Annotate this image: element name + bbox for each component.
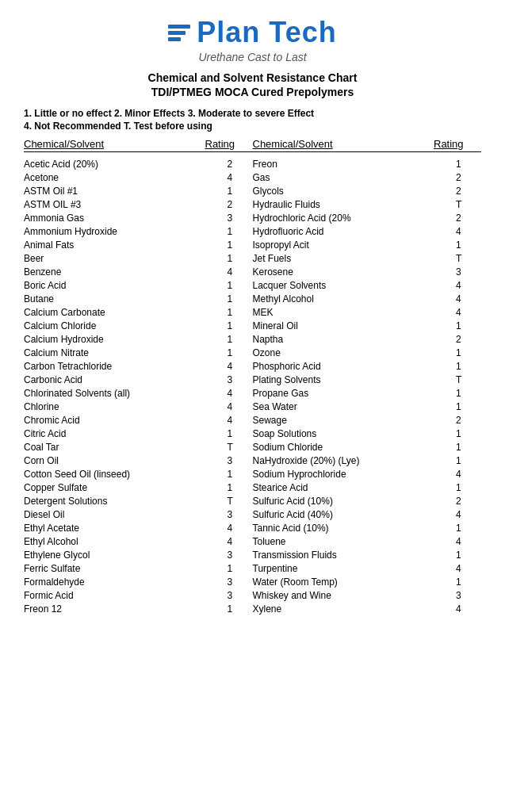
rating-value: 3 <box>221 374 253 385</box>
table-row: Lacquer Solvents4 <box>253 278 482 292</box>
table-row: Propane Gas1 <box>253 386 482 400</box>
table-row: Mineral Oil1 <box>253 319 482 332</box>
table-row: Animal Fats1 <box>24 238 253 251</box>
rating-value: 1 <box>221 253 253 264</box>
rating-value: 4 <box>221 401 253 412</box>
left-chem-header: Chemical/Solvent <box>24 138 205 150</box>
rating-value: 2 <box>450 415 481 426</box>
chemical-name: Whiskey and Wine <box>253 590 450 601</box>
chemical-name: Boric Acid <box>24 280 221 291</box>
table-row: Carbon Tetrachloride4 <box>24 359 253 373</box>
table-row: Isopropyl Acit1 <box>253 238 482 251</box>
rating-value: 4 <box>450 536 481 547</box>
right-column: Freon1Gas2Glycols2Hydraulic FluidsTHydro… <box>253 157 482 615</box>
table-row: Chromic Acid4 <box>24 413 253 427</box>
table-row: Copper Sulfate1 <box>24 481 253 494</box>
logo: Plan Tech <box>24 16 481 49</box>
chemical-name: Ethyl Acetate <box>24 523 221 534</box>
table-row: Soap Solutions1 <box>253 427 482 440</box>
chemical-name: Water (Room Temp) <box>253 576 450 588</box>
chemical-name: Ammonium Hydroxide <box>24 226 221 237</box>
rating-value: 1 <box>450 523 481 534</box>
table-row: Glycols2 <box>253 184 482 197</box>
table-row: Calcium Carbonate1 <box>24 305 253 319</box>
chemical-name: Xylene <box>253 603 450 615</box>
rating-value: 4 <box>221 361 253 372</box>
chemical-name: Freon 12 <box>24 603 221 615</box>
rating-value: T <box>221 496 253 507</box>
table-row: Formic Acid3 <box>24 588 253 602</box>
rating-value: 1 <box>450 388 481 399</box>
rating-value: 1 <box>450 550 481 561</box>
chemical-name: Sulfuric Acid (10%) <box>253 496 450 507</box>
rating-value: 1 <box>221 563 253 574</box>
table-row: Plating SolventsT <box>253 373 482 386</box>
legend-line1: 1. Little or no effect 2. Minor Effects … <box>24 108 481 119</box>
chemical-name: Isopropyl Acit <box>253 239 450 251</box>
rating-value: 4 <box>450 563 481 574</box>
rating-value: 3 <box>221 509 253 520</box>
rating-value: 1 <box>221 307 253 318</box>
rating-value: 4 <box>450 226 481 237</box>
table-row: Sodium Chloride1 <box>253 440 482 454</box>
table-row: Formaldehyde3 <box>24 575 253 588</box>
table-row: Sea Water1 <box>253 400 482 413</box>
chemical-name: Ethylene Glycol <box>24 550 221 561</box>
chemical-name: Formaldehyde <box>24 576 221 588</box>
table-row: Ozone1 <box>253 346 482 359</box>
rating-value: 1 <box>450 239 481 251</box>
rating-value: 1 <box>221 293 253 304</box>
chemical-name: Mineral Oil <box>253 320 450 331</box>
chemical-name: Citric Acid <box>24 428 221 439</box>
table-row: Transmission Fluids1 <box>253 548 482 561</box>
chemical-name: Ethyl Alcohol <box>24 536 221 547</box>
rating-value: 1 <box>221 186 253 197</box>
table-row: Sodium Hyprochloride4 <box>253 467 482 481</box>
rating-value: 1 <box>450 361 481 372</box>
chemical-name: Copper Sulfate <box>24 482 221 493</box>
chemical-name: Phosphoric Acid <box>253 361 450 372</box>
chemical-name: Gas <box>253 172 450 183</box>
chemical-name: Calcium Carbonate <box>24 307 221 318</box>
rating-value: 3 <box>221 590 253 601</box>
table-row: Acetic Acid (20%)2 <box>24 157 253 170</box>
table-row: Ammonia Gas3 <box>24 211 253 224</box>
chemical-name: Toluene <box>253 536 450 547</box>
right-rating-header: Rating <box>434 138 481 150</box>
rating-value: 4 <box>450 469 481 480</box>
rating-value: 1 <box>221 239 253 251</box>
table-row: Phosphoric Acid1 <box>253 359 482 373</box>
table-row: Gas2 <box>253 170 482 184</box>
rating-value: 3 <box>221 576 253 588</box>
rating-value: 1 <box>450 482 481 493</box>
table-row: Calcium Chloride1 <box>24 319 253 332</box>
table-row: Coal TarT <box>24 440 253 454</box>
chemical-name: Hydrofluoric Acid <box>253 226 450 237</box>
chemical-name: Sodium Hyprochloride <box>253 469 450 480</box>
rating-value: 3 <box>221 455 253 466</box>
chemical-name: Butane <box>24 293 221 304</box>
table-row: Boric Acid1 <box>24 278 253 292</box>
rating-value: 1 <box>221 482 253 493</box>
table-row: NaHydroxide (20%) (Lye)1 <box>253 454 482 467</box>
rating-value: 4 <box>221 536 253 547</box>
table-row: Water (Room Temp)1 <box>253 575 482 588</box>
rating-value: 2 <box>450 334 481 345</box>
chemical-name: Acetone <box>24 172 221 183</box>
chemical-name: Chlorine <box>24 401 221 412</box>
rating-value: 1 <box>450 320 481 331</box>
table-row: Methyl Alcohol4 <box>253 292 482 305</box>
logo-text: Plan Tech <box>197 16 336 49</box>
rating-value: 2 <box>221 159 253 170</box>
rating-value: 1 <box>221 469 253 480</box>
table-row: Citric Acid1 <box>24 427 253 440</box>
table-row: Jet FuelsT <box>253 251 482 265</box>
legend: 1. Little or no effect 2. Minor Effects … <box>24 108 481 132</box>
chemical-name: Carbon Tetrachloride <box>24 361 221 372</box>
chemical-name: Freon <box>253 159 450 170</box>
rating-value: 1 <box>221 603 253 615</box>
chemical-name: Formic Acid <box>24 590 221 601</box>
table-row: Diesel Oil3 <box>24 508 253 521</box>
table-row: Chlorinated Solvents (all)4 <box>24 386 253 400</box>
rating-value: 1 <box>221 347 253 358</box>
